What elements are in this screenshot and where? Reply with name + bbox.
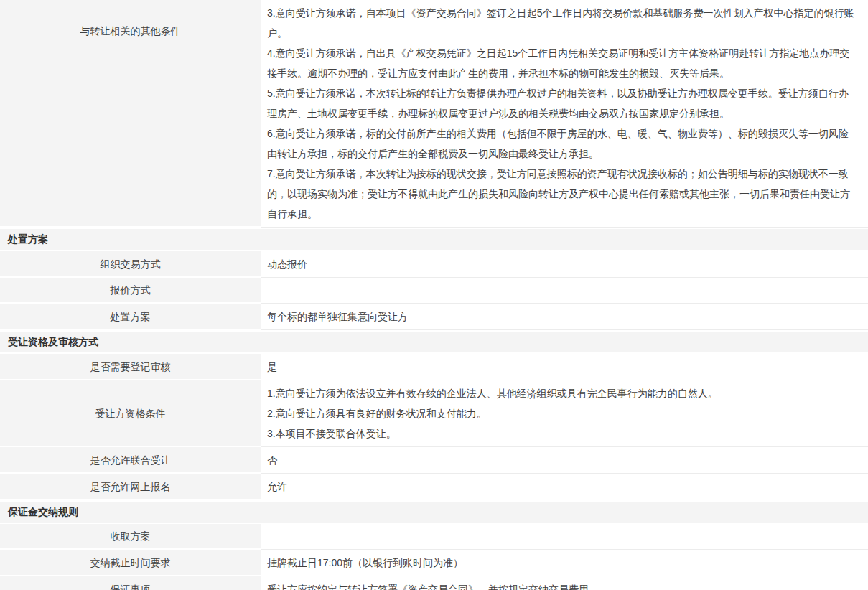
table-row: 是否允许联合受让否 [0, 447, 868, 474]
section-header-row: 受让资格及审核方式 [0, 330, 868, 354]
row-value: 挂牌截止日17:00前（以银行到账时间为准） [261, 550, 868, 576]
row-value: 动态报价 [261, 251, 868, 278]
row-value: 3.意向受让方须承诺，自本项目《资产交易合同》签订之日起5个工作日内将交易价款和… [261, 0, 868, 228]
section-header-row: 保证金交纳规则 [0, 500, 868, 524]
row-label: 是否需要登记审核 [0, 354, 261, 380]
row-value [261, 278, 868, 304]
table-row: 与转让相关的其他条件3.意向受让方须承诺，自本项目《资产交易合同》签订之日起5个… [0, 0, 868, 228]
value-line: 动态报价 [267, 254, 857, 274]
value-line: 5.意向受让方须承诺，本次转让标的转让方负责提供办理产权过户的相关资料，以及协助… [267, 83, 857, 123]
value-line: 2.意向受让方须具有良好的财务状况和支付能力。 [267, 403, 857, 423]
value-line: 7.意向受让方须承诺，本次转让为按标的现状交接，受让方同意按照标的资产现有状况接… [267, 164, 857, 224]
row-label: 是否允许网上报名 [0, 474, 261, 500]
row-value: 是 [261, 354, 868, 380]
row-value: 允许 [261, 474, 868, 500]
row-label: 报价方式 [0, 278, 261, 304]
value-line: 1.意向受让方须为依法设立并有效存续的企业法人、其他经济组织或具有完全民事行为能… [267, 383, 857, 403]
row-value [261, 524, 868, 550]
row-label: 受让方资格条件 [0, 380, 261, 447]
row-value: 受让方应按约定与转让方签署《资产交易合同》，并按规定交纳交易费用。 [261, 576, 868, 590]
row-label: 保证事项 [0, 576, 261, 590]
section-title: 保证金交纳规则 [8, 506, 78, 519]
value-line: 3.本项目不接受联合体受让。 [267, 423, 857, 444]
table-row: 交纳截止时间要求挂牌截止日17:00前（以银行到账时间为准） [0, 550, 868, 576]
listing-detail-table: 与转让相关的其他条件3.意向受让方须承诺，自本项目《资产交易合同》签订之日起5个… [0, 0, 868, 590]
table-row: 处置方案每个标的都单独征集意向受让方 [0, 304, 868, 330]
row-label: 是否允许联合受让 [0, 447, 261, 474]
row-label: 组织交易方式 [0, 251, 261, 278]
row-value: 1.意向受让方须为依法设立并有效存续的企业法人、其他经济组织或具有完全民事行为能… [261, 380, 868, 447]
section-title: 处置方案 [8, 233, 48, 246]
table-row: 保证事项受让方应按约定与转让方签署《资产交易合同》，并按规定交纳交易费用。 [0, 576, 868, 590]
table-row: 收取方案 [0, 524, 868, 550]
value-line: 每个标的都单独征集意向受让方 [267, 306, 857, 327]
value-line: 4.意向受让方须承诺，自出具《产权交易凭证》之日起15个工作日内凭相关交易证明和… [267, 43, 857, 83]
value-line: 6.意向受让方须承诺，标的交付前所产生的相关费用（包括但不限于房屋的水、电、暖、… [267, 123, 857, 164]
value-line: 受让方应按约定与转让方签署《资产交易合同》，并按规定交纳交易费用。 [267, 579, 857, 590]
value-line: 允许 [267, 477, 857, 497]
row-label: 与转让相关的其他条件 [0, 0, 261, 228]
row-value: 否 [261, 447, 868, 474]
row-value: 每个标的都单独征集意向受让方 [261, 304, 868, 330]
value-line: 否 [267, 450, 857, 470]
value-line: 3.意向受让方须承诺，自本项目《资产交易合同》签订之日起5个工作日内将交易价款和… [267, 3, 857, 43]
table-row: 是否需要登记审核是 [0, 354, 868, 380]
value-line: 是 [267, 357, 857, 377]
section-title: 受让资格及审核方式 [8, 336, 98, 349]
table-row: 组织交易方式动态报价 [0, 251, 868, 278]
row-label: 处置方案 [0, 304, 261, 330]
row-label: 交纳截止时间要求 [0, 550, 261, 576]
section-header-row: 处置方案 [0, 228, 868, 251]
value-line: 挂牌截止日17:00前（以银行到账时间为准） [267, 553, 857, 573]
table-row: 受让方资格条件1.意向受让方须为依法设立并有效存续的企业法人、其他经济组织或具有… [0, 380, 868, 447]
table-row: 是否允许网上报名允许 [0, 474, 868, 500]
table-row: 报价方式 [0, 278, 868, 304]
row-label: 收取方案 [0, 524, 261, 550]
